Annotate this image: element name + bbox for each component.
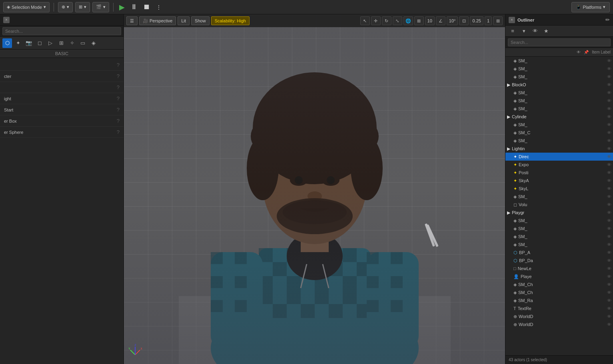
- lights-icon-btn[interactable]: ✦: [13, 38, 23, 48]
- show-button[interactable]: Show: [191, 16, 210, 25]
- tree-item[interactable]: ◈ SM_ 👁: [505, 233, 613, 241]
- more-options-button[interactable]: ⋮: [154, 4, 163, 10]
- selection-mode-button[interactable]: ◈ Selection Mode ▾: [3, 2, 50, 12]
- scale-icon-btn[interactable]: ⤡: [393, 16, 402, 25]
- list-item[interactable]: Start ?: [0, 104, 124, 115]
- tree-item-visibility-22[interactable]: 👁: [607, 234, 611, 239]
- perspective-button[interactable]: 🎥 Perspective: [139, 16, 176, 25]
- tree-item-visibility-27[interactable]: 👁: [607, 274, 611, 279]
- tree-item-visibility-11[interactable]: 👁: [607, 146, 611, 151]
- tree-item-visibility-31[interactable]: 👁: [607, 306, 611, 311]
- tree-item[interactable]: ✦ SkyL 👁: [505, 185, 613, 193]
- grid-icon-btn[interactable]: ⊞: [56, 38, 66, 48]
- effects-icon-btn[interactable]: ✧: [67, 38, 77, 48]
- tree-item[interactable]: ◈ SM_ 👁: [505, 121, 613, 129]
- tree-item-visibility-30[interactable]: 👁: [607, 298, 611, 303]
- tree-item[interactable]: ⊕ WorldD 👁: [505, 312, 613, 320]
- tree-item[interactable]: ✦ Expo 👁: [505, 161, 613, 169]
- tree-item-visibility-7[interactable]: 👁: [607, 114, 611, 119]
- snap-btn[interactable]: ⊞ ▾: [75, 2, 90, 12]
- outliner-search-input[interactable]: [508, 38, 611, 46]
- tree-item-visibility-17[interactable]: 👁: [607, 194, 611, 199]
- angle-icon-btn[interactable]: ∠: [436, 16, 445, 25]
- shapes-icon-btn[interactable]: ⬡: [2, 38, 12, 48]
- help-icon-0[interactable]: ?: [117, 62, 120, 68]
- tree-item[interactable]: ◈ SM_ 👁: [505, 73, 613, 81]
- tree-item-visibility-12[interactable]: 👁: [607, 154, 611, 159]
- tree-item[interactable]: ◈ SM_ 👁: [505, 225, 613, 233]
- grid-toggle-btn[interactable]: ⊞: [414, 16, 424, 25]
- help-icon-2[interactable]: ?: [117, 84, 120, 90]
- triggers-icon-btn[interactable]: ◻: [35, 38, 44, 48]
- viewport[interactable]: ☰ 🎥 Perspective Lit Show Scalability: Hi…: [124, 14, 505, 364]
- tree-item[interactable]: ◈ SM_ 👁: [505, 65, 613, 73]
- tree-item[interactable]: ◈ SM_ 👁: [505, 97, 613, 105]
- tree-item-visibility-9[interactable]: 👁: [607, 130, 611, 135]
- outliner-tree[interactable]: ◈ SM_ 👁 ◈ SM_ 👁 ◈ SM_ 👁 ▶ BlockO 👁 ◈ SM_…: [505, 57, 613, 355]
- list-item[interactable]: cter ?: [0, 71, 124, 82]
- help-icon-3[interactable]: ?: [117, 95, 120, 101]
- platforms-button[interactable]: 📱 Platforms ▾: [571, 2, 610, 12]
- tree-item-visibility-18[interactable]: 👁: [607, 202, 611, 207]
- tree-item[interactable]: □ NewLe 👁: [505, 265, 613, 273]
- list-item[interactable]: ?: [0, 60, 124, 71]
- camera-btn[interactable]: 🎬 ▾: [92, 2, 109, 12]
- tree-item-visibility-3[interactable]: 👁: [607, 82, 611, 87]
- tree-item-visibility-26[interactable]: 👁: [607, 266, 611, 271]
- tree-item[interactable]: ✦ Direc 👁: [505, 153, 613, 161]
- tree-item-visibility-8[interactable]: 👁: [607, 122, 611, 127]
- tree-item[interactable]: ▶ BlockO 👁: [505, 81, 613, 89]
- tree-item-visibility-20[interactable]: 👁: [607, 218, 611, 223]
- tree-item[interactable]: T TextRe 👁: [505, 304, 613, 312]
- tree-item-visibility-23[interactable]: 👁: [607, 242, 611, 247]
- tree-item-visibility-16[interactable]: 👁: [607, 186, 611, 191]
- tree-item-visibility-13[interactable]: 👁: [607, 162, 611, 167]
- tree-item[interactable]: ◈ SM_ 👁: [505, 57, 613, 65]
- tree-item-visibility-21[interactable]: 👁: [607, 226, 611, 231]
- tree-item-visibility-19[interactable]: 👁: [607, 210, 611, 215]
- list-item[interactable]: ?: [0, 82, 124, 93]
- tree-item[interactable]: ◈ SM_ 👁: [505, 89, 613, 97]
- viewport-options-btn[interactable]: ⊞: [493, 16, 503, 25]
- tree-item[interactable]: ⊕ WorldD 👁: [505, 320, 613, 328]
- tree-item[interactable]: ◈ SM_Ra 👁: [505, 296, 613, 304]
- lit-button[interactable]: Lit: [178, 16, 190, 25]
- tree-item-visibility-32[interactable]: 👁: [607, 314, 611, 319]
- tree-item[interactable]: ◈ SM_ 👁: [505, 137, 613, 145]
- tree-item[interactable]: ◈ SM_Ch 👁: [505, 280, 613, 288]
- tree-item[interactable]: ⬡ BP_A 👁: [505, 249, 613, 257]
- tree-item[interactable]: ◈ SM_ 👁: [505, 217, 613, 225]
- list-item[interactable]: er Box ?: [0, 115, 124, 127]
- stop-button[interactable]: ⏹: [142, 3, 152, 11]
- outliner-eye-btn[interactable]: 👁: [530, 26, 540, 36]
- tree-item[interactable]: ▶ Lightin 👁: [505, 145, 613, 153]
- tree-item[interactable]: ◈ SM_Ch 👁: [505, 288, 613, 296]
- help-icon-5[interactable]: ?: [117, 118, 120, 124]
- select-mode-icon-btn[interactable]: ↖: [360, 16, 370, 25]
- left-panel-search-input[interactable]: [2, 27, 121, 35]
- tree-item[interactable]: ✦ Posti 👁: [505, 169, 613, 177]
- viewport-menu-button[interactable]: ☰: [126, 16, 138, 25]
- tree-item[interactable]: ◈ SM_C 👁: [505, 129, 613, 137]
- tree-item-visibility-6[interactable]: 👁: [607, 106, 611, 111]
- tree-item-visibility-15[interactable]: 👁: [607, 178, 611, 183]
- tree-item-visibility-25[interactable]: 👁: [607, 258, 611, 263]
- tree-item-visibility-29[interactable]: 👁: [607, 290, 611, 295]
- tree-item-visibility-0[interactable]: 👁: [607, 58, 611, 63]
- outliner-edit-button[interactable]: ✏: [605, 17, 610, 23]
- tree-item[interactable]: ◈ SM_ 👁: [505, 193, 613, 201]
- play-icon-btn[interactable]: ▷: [46, 38, 55, 48]
- scale-icon-btn2[interactable]: ⊡: [459, 16, 469, 25]
- tree-item-visibility-2[interactable]: 👁: [607, 74, 611, 79]
- rotate-icon-btn[interactable]: ↻: [382, 16, 391, 25]
- pause-button[interactable]: ⏸: [129, 3, 139, 11]
- play-button[interactable]: ▶: [118, 3, 126, 12]
- tree-item[interactable]: ◻ Volu 👁: [505, 201, 613, 209]
- ui-icon-btn[interactable]: ▭: [78, 38, 88, 48]
- tree-item-visibility-5[interactable]: 👁: [607, 98, 611, 103]
- tree-item[interactable]: ▶ Playgr 👁: [505, 209, 613, 217]
- help-icon-1[interactable]: ?: [117, 73, 120, 79]
- tree-item[interactable]: ⬡ BP_Da 👁: [505, 257, 613, 265]
- outliner-close-button[interactable]: ×: [509, 17, 515, 23]
- tree-item-visibility-28[interactable]: 👁: [607, 282, 611, 287]
